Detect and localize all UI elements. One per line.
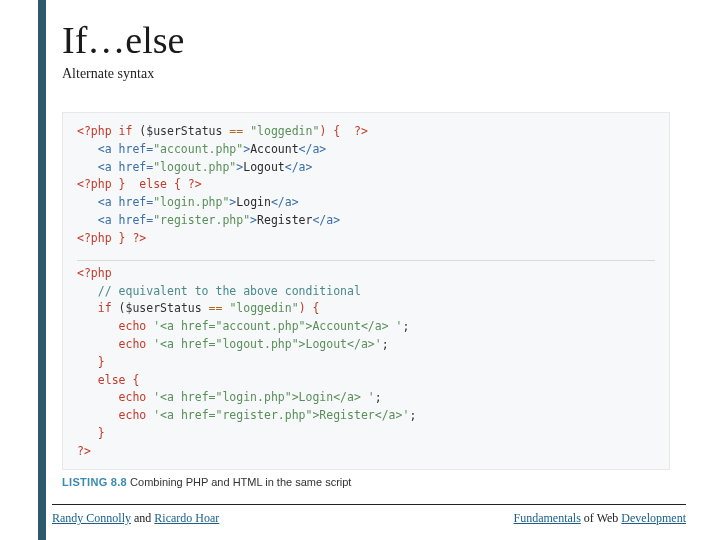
code-token: </a>: [271, 195, 299, 209]
listing-caption: LISTING 8.8 Combining PHP and HTML in th…: [62, 476, 680, 488]
code-token: "loggedin": [250, 124, 319, 138]
author-link-2[interactable]: Ricardo Hoar: [154, 511, 219, 525]
code-token: ;: [382, 337, 389, 351]
code-token: {: [125, 373, 139, 387]
footer-divider: [52, 504, 686, 505]
code-token: </a>: [312, 213, 340, 227]
code-token: <?php: [77, 266, 112, 280]
code-token: ?>: [188, 177, 202, 191]
listing-number: LISTING 8.8: [62, 476, 127, 488]
book-word-2: Development: [621, 511, 686, 525]
code-token: [77, 337, 119, 351]
code-token: [77, 195, 98, 209]
code-token: [77, 319, 119, 333]
footer-book-title: Fundamentals of Web Development: [514, 511, 686, 526]
code-token: echo: [119, 408, 147, 422]
code-token: else: [98, 373, 126, 387]
code-token: <a href=: [98, 142, 153, 156]
code-token: if: [119, 124, 133, 138]
code-token: echo: [119, 319, 147, 333]
code-token: Register: [257, 213, 312, 227]
code-token: ) {: [299, 301, 320, 315]
code-token: </a>: [299, 142, 327, 156]
author-link-1[interactable]: Randy Connolly: [52, 511, 131, 525]
code-divider: [77, 260, 655, 261]
code-token: </a>: [285, 160, 313, 174]
code-token: {: [167, 177, 188, 191]
code-token: ) {: [319, 124, 347, 138]
slide-footer: Randy Connolly and Ricardo Hoar Fundamen…: [52, 504, 686, 526]
code-token: echo: [119, 337, 147, 351]
code-token: [77, 160, 98, 174]
listing-caption-text: Combining PHP and HTML in the same scrip…: [127, 476, 351, 488]
code-token: [77, 373, 98, 387]
code-token: <?php: [77, 124, 119, 138]
code-token: ?>: [125, 231, 146, 245]
footer-authors: Randy Connolly and Ricardo Hoar: [52, 511, 219, 526]
code-token: }: [77, 355, 105, 369]
code-token: "account.php": [153, 142, 243, 156]
code-token: [77, 390, 119, 404]
code-token: ;: [375, 390, 382, 404]
code-token: Account: [250, 142, 298, 156]
code-token: '<a href="logout.php">Logout</a>': [153, 337, 381, 351]
code-token: ==: [209, 301, 223, 315]
code-token: // equivalent to the above conditional: [77, 284, 361, 298]
code-token: "logout.php": [153, 160, 236, 174]
code-token: "loggedin": [229, 301, 298, 315]
code-token: else: [139, 177, 167, 191]
code-token: if: [98, 301, 112, 315]
author-separator: and: [131, 511, 154, 525]
code-token: >: [250, 213, 257, 227]
code-token: Login: [236, 195, 271, 209]
code-token: <a href=: [98, 195, 153, 209]
code-token: [77, 142, 98, 156]
code-token: Logout: [243, 160, 285, 174]
code-token: }: [77, 426, 105, 440]
code-token: <?php: [77, 177, 119, 191]
code-token: '<a href="register.php">Register</a>': [153, 408, 409, 422]
footer-row: Randy Connolly and Ricardo Hoar Fundamen…: [52, 511, 686, 526]
slide-subtitle: Alternate syntax: [62, 66, 680, 82]
code-token: <a href=: [98, 213, 153, 227]
code-token: [77, 408, 119, 422]
slide-title: If…else: [62, 18, 680, 62]
code-token: [77, 301, 98, 315]
code-token: '<a href="login.php">Login</a> ': [153, 390, 375, 404]
code-token: <?php: [77, 231, 119, 245]
book-word-mid: of Web: [581, 511, 621, 525]
code-token: ==: [229, 124, 243, 138]
code-token: echo: [119, 390, 147, 404]
book-word-1: Fundamentals: [514, 511, 581, 525]
code-token: ;: [409, 408, 416, 422]
code-token: ;: [402, 319, 409, 333]
code-token: ($userStatus: [132, 124, 229, 138]
code-token: ?>: [347, 124, 368, 138]
code-token: '<a href="account.php">Account</a> ': [153, 319, 402, 333]
code-token: [77, 213, 98, 227]
code-token: "login.php": [153, 195, 229, 209]
code-token: ?>: [77, 444, 91, 458]
code-token: [125, 177, 139, 191]
code-token: <a href=: [98, 160, 153, 174]
code-token: ($userStatus: [112, 301, 209, 315]
code-listing: <?php if ($userStatus == "loggedin") { ?…: [62, 112, 670, 470]
code-token: "register.php": [153, 213, 250, 227]
slide-content: If…else Alternate syntax <?php if ($user…: [0, 0, 720, 540]
